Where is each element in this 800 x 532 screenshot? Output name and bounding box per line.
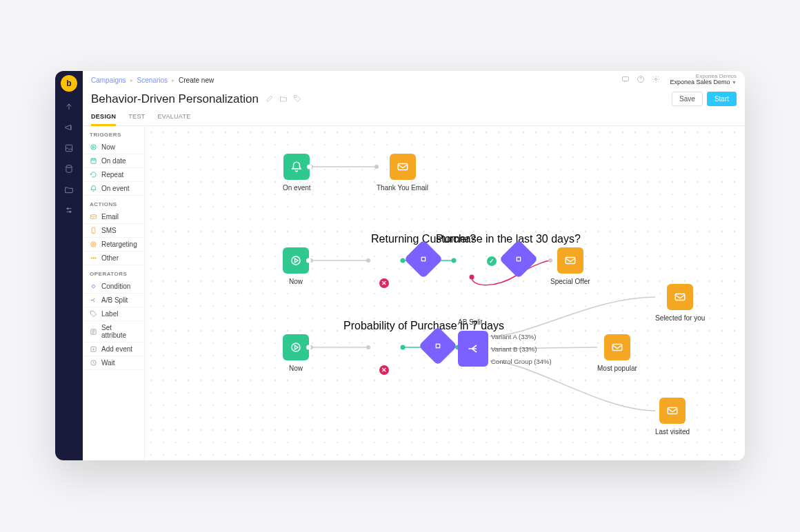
node-label: Selected for you — [655, 314, 705, 322]
svg-point-28 — [470, 275, 474, 280]
edit-icon[interactable] — [266, 93, 274, 105]
palette-wait[interactable]: Wait — [83, 356, 144, 370]
email-icon — [557, 247, 583, 274]
variant-a-label: Variant A (33%) — [491, 331, 552, 343]
nav-rail: b — [55, 71, 83, 460]
chat-icon[interactable] — [621, 75, 630, 85]
svg-rect-41 — [675, 294, 685, 300]
node-ab-split[interactable]: AB Split Variant A (33%) Variant B (33%)… — [458, 331, 488, 367]
node-thank-you-email[interactable]: Thank You Email — [377, 154, 428, 192]
svg-rect-10 — [90, 215, 96, 219]
node-on-event[interactable]: On event — [283, 154, 311, 192]
tab-evaluate[interactable]: EVALUATE — [158, 110, 191, 125]
title-row: Behavior-Driven Personalization Save Sta… — [83, 89, 745, 110]
breadcrumb-scenarios[interactable]: Scenarios — [137, 76, 168, 84]
svg-point-14 — [93, 244, 94, 245]
node-now-1[interactable]: Now — [283, 247, 309, 285]
bell-icon — [283, 154, 310, 180]
palette-label[interactable]: Label — [83, 307, 144, 321]
node-label: Thank You Email — [377, 184, 428, 192]
node-label: Now — [283, 278, 309, 285]
svg-rect-40 — [436, 344, 439, 347]
email-icon — [659, 398, 686, 424]
palette-condition[interactable]: Condition — [83, 280, 144, 294]
palette-on-event[interactable]: On event — [83, 182, 144, 196]
svg-rect-42 — [612, 345, 622, 351]
section-operators: OPERATORS — [83, 265, 144, 280]
palette-add-event[interactable]: Add event — [83, 342, 144, 356]
brand-logo[interactable]: b — [61, 75, 77, 92]
rail-settings-icon[interactable] — [63, 205, 74, 216]
svg-rect-9 — [91, 158, 96, 163]
svg-rect-4 — [623, 77, 629, 81]
svg-point-12 — [91, 242, 96, 247]
palette-on-date[interactable]: On date — [83, 154, 144, 168]
palette-repeat[interactable]: Repeat — [83, 168, 144, 182]
topbar-icons — [621, 75, 660, 85]
breadcrumb-current: Create new — [179, 76, 214, 84]
svg-point-31 — [366, 345, 370, 349]
rail-upload-icon[interactable] — [63, 101, 74, 112]
rail-image-icon[interactable] — [63, 143, 74, 154]
chevron-right-icon: ▸ — [172, 77, 174, 83]
node-now-2[interactable]: Now — [283, 334, 309, 372]
tab-test[interactable]: TEST — [128, 110, 145, 125]
node-label: Now — [283, 365, 309, 372]
rail-database-icon[interactable] — [63, 163, 74, 174]
flow-canvas[interactable]: On event Thank You Email Now Returning C… — [145, 126, 745, 460]
top-bar: Campaigns ▸ Scenarios ▸ Create new Expon… — [83, 71, 745, 89]
palette-other[interactable]: Other — [83, 252, 144, 265]
node-label: Most popular — [597, 365, 637, 372]
node-special-offer[interactable]: Special Offer — [550, 247, 590, 285]
node-label: Purchase in the last 30 days? — [436, 233, 581, 245]
node-most-popular[interactable]: Most popular — [597, 334, 637, 372]
chevron-down-icon: ▼ — [732, 80, 737, 85]
email-icon — [390, 154, 416, 180]
tab-design[interactable]: DESIGN — [91, 110, 116, 126]
help-icon[interactable] — [637, 75, 645, 85]
svg-point-25 — [366, 258, 370, 263]
node-label: AB Split — [458, 318, 483, 326]
palette-set-attribute[interactable]: Set attribute — [83, 321, 144, 342]
svg-point-16 — [93, 258, 94, 258]
start-button[interactable]: Start — [707, 92, 737, 106]
node-label: On event — [283, 184, 311, 192]
email-icon — [604, 334, 630, 360]
x-badge-icon: ✕ — [379, 278, 389, 288]
condition-icon — [404, 240, 443, 279]
play-icon — [283, 334, 309, 360]
condition-icon — [499, 240, 539, 279]
svg-rect-36 — [421, 257, 425, 260]
chevron-right-icon: ▸ — [130, 77, 133, 83]
app-window: b Campaigns ▸ Scenarios ▸ Create new Exp… — [55, 71, 745, 460]
tag-icon[interactable] — [293, 93, 301, 105]
rail-folder-icon[interactable] — [63, 184, 74, 195]
svg-point-13 — [92, 243, 95, 246]
gear-icon[interactable] — [652, 75, 660, 85]
svg-rect-34 — [398, 164, 408, 170]
node-selected-for-you[interactable]: Selected for you — [655, 284, 705, 322]
palette-sms[interactable]: SMS — [83, 224, 144, 238]
palette-now[interactable]: Now — [83, 141, 144, 154]
palette-email[interactable]: Email — [83, 210, 144, 224]
svg-point-6 — [655, 79, 657, 81]
page-title: Behavior-Driven Personalization — [91, 92, 259, 106]
ab-variants: Variant A (33%) Variant B (33%) Control … — [491, 331, 552, 368]
node-last-visited[interactable]: Last visited — [655, 398, 690, 436]
node-label: Special Offer — [550, 278, 590, 285]
palette-retargeting[interactable]: Retargeting — [83, 238, 144, 252]
account-switcher[interactable]: Exponea Demos Exponea Sales Demo ▼ — [670, 74, 737, 87]
account-project: Exponea Sales Demo ▼ — [670, 79, 737, 86]
palette-ab-split[interactable]: A/B Split — [83, 294, 144, 307]
variant-b-label: Variant B (33%) — [491, 343, 552, 356]
save-button[interactable]: Save — [672, 92, 703, 106]
condition-icon — [418, 327, 457, 366]
rail-megaphone-icon[interactable] — [63, 122, 74, 133]
svg-point-1 — [66, 165, 72, 168]
folder-icon[interactable] — [279, 93, 288, 105]
control-group-label: Control Group (34%) — [491, 356, 552, 368]
email-icon — [667, 284, 693, 310]
main-area: Campaigns ▸ Scenarios ▸ Create new Expon… — [83, 71, 745, 460]
breadcrumb-campaigns[interactable]: Campaigns — [91, 76, 126, 84]
section-actions: ACTIONS — [83, 196, 144, 210]
